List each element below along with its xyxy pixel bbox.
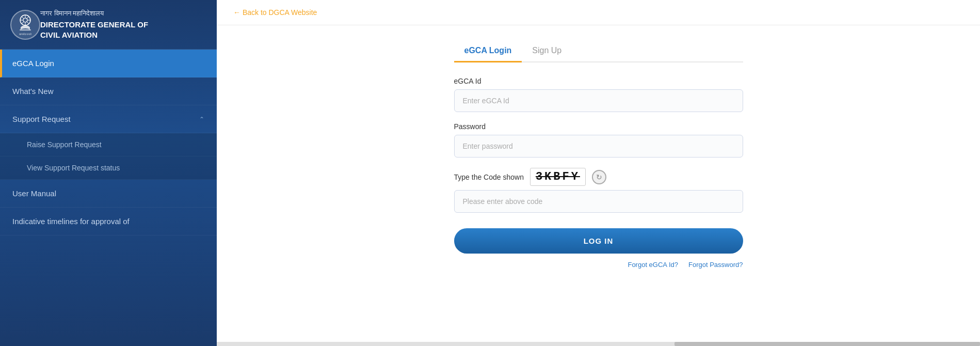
- org-hindi-name: नागर विमानन महानिदेशालय: [40, 9, 148, 18]
- svg-line-8: [27, 17, 29, 19]
- svg-line-6: [22, 17, 24, 19]
- org-title-block: नागर विमानन महानिदेशालय DIRECTORATE GENE…: [40, 9, 148, 40]
- org-english-name: DIRECTORATE GENERAL OF CIVIL AVIATION: [40, 20, 148, 40]
- scrollbar-thumb[interactable]: [674, 342, 980, 346]
- forgot-password-link[interactable]: Forgot Password?: [688, 261, 743, 269]
- captcha-refresh-button[interactable]: ↻: [592, 170, 606, 184]
- sidebar-item-indicative-timelines[interactable]: Indicative timelines for approval of: [0, 208, 217, 235]
- horizontal-scrollbar[interactable]: [217, 342, 980, 346]
- svg-text:सत्यमेव जयते: सत्यमेव जयते: [19, 33, 31, 36]
- captcha-input-group: [454, 190, 743, 213]
- svg-line-9: [22, 21, 24, 24]
- sidebar-item-view-support[interactable]: View Support Request status: [0, 156, 217, 180]
- forgot-links: Forgot eGCA Id? Forgot Password?: [454, 261, 743, 269]
- tab-egca-login[interactable]: eGCA Login: [454, 41, 522, 61]
- captcha-label: Type the Code shown: [454, 173, 524, 181]
- main-content: ← Back to DGCA Website eGCA Login Sign U…: [217, 0, 980, 346]
- svg-line-7: [27, 21, 29, 24]
- login-area: eGCA Login Sign Up eGCA Id Password Type…: [217, 25, 980, 342]
- sidebar-item-raise-support[interactable]: Raise Support Request: [0, 133, 217, 156]
- form-container: eGCA Login Sign Up eGCA Id Password Type…: [454, 41, 743, 269]
- org-emblem: सत्यमेव जयते: [10, 10, 40, 40]
- password-input[interactable]: [454, 135, 743, 158]
- sidebar-item-user-manual[interactable]: User Manual: [0, 180, 217, 208]
- egca-id-field-group: eGCA Id: [454, 77, 743, 112]
- top-bar: ← Back to DGCA Website: [217, 0, 980, 25]
- chevron-up-icon: ⌃: [199, 116, 204, 123]
- forgot-egca-id-link[interactable]: Forgot eGCA Id?: [628, 261, 678, 269]
- tab-sign-up[interactable]: Sign Up: [522, 41, 572, 61]
- sidebar-item-support-request[interactable]: Support Request ⌃: [0, 105, 217, 133]
- password-field-group: Password: [454, 122, 743, 158]
- captcha-input[interactable]: [454, 190, 743, 213]
- password-label: Password: [454, 122, 743, 131]
- egca-id-label: eGCA Id: [454, 77, 743, 85]
- sidebar: सत्यमेव जयते नागर विमानन महानिदेशालय DIR…: [0, 0, 217, 346]
- svg-rect-10: [20, 29, 31, 30]
- egca-id-input[interactable]: [454, 89, 743, 112]
- auth-tabs: eGCA Login Sign Up: [454, 41, 743, 62]
- login-button[interactable]: LOG IN: [454, 228, 743, 254]
- sidebar-item-egca-login[interactable]: eGCA Login: [0, 50, 217, 77]
- sidebar-item-whats-new[interactable]: What's New: [0, 77, 217, 105]
- sidebar-navigation: eGCA Login What's New Support Request ⌃ …: [0, 50, 217, 346]
- captcha-row: Type the Code shown 3KBFY ↻: [454, 168, 743, 186]
- back-to-dgca-link[interactable]: ← Back to DGCA Website: [233, 8, 963, 17]
- sidebar-header: सत्यमेव जयते नागर विमानन महानिदेशालय DIR…: [0, 0, 217, 50]
- captcha-image: 3KBFY: [530, 168, 586, 186]
